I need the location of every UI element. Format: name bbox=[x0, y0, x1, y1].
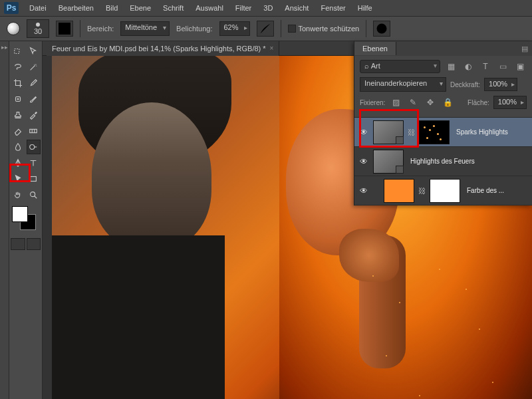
zoom-tool[interactable] bbox=[27, 188, 41, 202]
layer-mask-thumbnail[interactable] bbox=[419, 120, 450, 144]
hand-tool[interactable] bbox=[11, 188, 25, 202]
menu-bearbeiten[interactable]: Bearbeiten bbox=[53, 2, 99, 14]
range-label: Bereich: bbox=[87, 25, 114, 33]
stamp-tool[interactable] bbox=[11, 108, 25, 122]
visibility-toggle[interactable]: 👁 bbox=[358, 186, 369, 196]
close-tab-icon[interactable]: × bbox=[270, 45, 274, 52]
filter-adjust-icon[interactable]: ◐ bbox=[462, 61, 475, 72]
svg-rect-6 bbox=[31, 177, 37, 182]
screenmode-toggle[interactable] bbox=[27, 238, 41, 250]
filter-shape-icon[interactable]: ▭ bbox=[496, 61, 509, 72]
svg-rect-2 bbox=[15, 49, 19, 54]
menubar: Ps Datei Bearbeiten Bild Ebene Schrift A… bbox=[0, 0, 532, 16]
document-tab[interactable]: Feuer und Eis by MDI.psd bei 14,1% (Spar… bbox=[47, 41, 279, 56]
svg-rect-4 bbox=[30, 129, 37, 132]
menu-filter[interactable]: Filter bbox=[230, 2, 257, 14]
options-bar: 30 Bereich: Mitteltöne Belichtung: 62% T… bbox=[0, 16, 532, 41]
annotation-highlight-tool bbox=[9, 164, 31, 182]
toolbox bbox=[9, 41, 43, 399]
fill-thumbnail[interactable] bbox=[384, 179, 414, 203]
svg-point-1 bbox=[377, 24, 387, 34]
layer-filter-kind[interactable]: ⌕ Art bbox=[360, 60, 440, 73]
menu-datei[interactable]: Datei bbox=[24, 2, 52, 14]
menu-schrift[interactable]: Schrift bbox=[158, 2, 189, 14]
eraser-tool[interactable] bbox=[11, 124, 25, 138]
opacity-value[interactable]: 100% bbox=[484, 78, 517, 91]
panel-menu-icon[interactable]: ▤ bbox=[521, 45, 528, 53]
dodge-tool[interactable] bbox=[27, 140, 41, 154]
artwork-sparks bbox=[359, 249, 532, 399]
menu-fenster[interactable]: Fenster bbox=[315, 2, 350, 14]
lasso-tool[interactable] bbox=[11, 60, 25, 74]
left-dock-toggle[interactable]: ▸▸ bbox=[0, 41, 9, 399]
panel-tabbar: Ebenen ▤ bbox=[354, 41, 532, 56]
svg-rect-0 bbox=[59, 23, 70, 35]
layer-row[interactable]: 👁 Highlights des Feuers bbox=[354, 147, 532, 176]
annotation-highlight-layer bbox=[359, 109, 419, 148]
color-swatches[interactable] bbox=[11, 206, 40, 233]
visibility-toggle[interactable]: 👁 bbox=[358, 157, 369, 166]
gradient-tool[interactable] bbox=[27, 124, 41, 138]
menu-ebene[interactable]: Ebene bbox=[124, 2, 156, 14]
menu-3d[interactable]: 3D bbox=[258, 2, 278, 14]
menu-hilfe[interactable]: Hilfe bbox=[352, 2, 378, 14]
brush-panel-toggle[interactable] bbox=[56, 21, 73, 37]
svg-point-5 bbox=[30, 145, 35, 150]
history-brush-tool[interactable] bbox=[27, 108, 41, 122]
magic-wand-tool[interactable] bbox=[27, 60, 41, 74]
healing-tool[interactable] bbox=[11, 92, 25, 106]
blend-mode-select[interactable]: Ineinanderkopieren bbox=[360, 77, 446, 92]
menu-auswahl[interactable]: Auswahl bbox=[190, 2, 229, 14]
panel-tab-ebenen[interactable]: Ebenen bbox=[354, 42, 396, 55]
layer-name[interactable]: Farbe des ... bbox=[464, 187, 528, 194]
pressure-size-icon[interactable] bbox=[373, 21, 390, 37]
pressure-exposure-icon[interactable] bbox=[257, 21, 274, 37]
quickmask-toggle[interactable] bbox=[11, 238, 25, 250]
filter-type-icon[interactable]: T bbox=[479, 61, 492, 72]
layer-name[interactable]: Sparks Highlights bbox=[454, 128, 528, 136]
layer-mask-thumbnail[interactable] bbox=[430, 179, 460, 203]
artwork-male-body bbox=[52, 235, 225, 399]
crop-tool[interactable] bbox=[11, 76, 25, 90]
current-tool-icon[interactable] bbox=[7, 22, 20, 35]
blur-tool[interactable] bbox=[11, 140, 25, 154]
layer-name[interactable]: Highlights des Feuers bbox=[408, 158, 528, 165]
lock-trans-icon[interactable]: ▨ bbox=[389, 96, 402, 108]
filter-smart-icon[interactable]: ▣ bbox=[513, 61, 527, 72]
layer-thumbnail[interactable] bbox=[373, 150, 404, 174]
brush-preset-picker[interactable]: 30 bbox=[27, 19, 49, 38]
brush-size-value: 30 bbox=[34, 27, 42, 35]
app-logo: Ps bbox=[4, 2, 19, 14]
move-tool-slot[interactable] bbox=[11, 44, 25, 59]
lock-paint-icon[interactable]: ✎ bbox=[406, 96, 420, 108]
lock-label: Fixieren: bbox=[360, 99, 385, 106]
lock-all-icon[interactable]: 🔒 bbox=[441, 96, 454, 108]
range-select[interactable]: Mitteltöne bbox=[120, 21, 170, 36]
lock-move-icon[interactable]: ✥ bbox=[424, 96, 437, 108]
fg-color[interactable] bbox=[12, 206, 28, 222]
move-tool[interactable] bbox=[27, 44, 41, 59]
fill-label: Fläche: bbox=[467, 99, 489, 106]
eyedropper-tool[interactable] bbox=[27, 76, 41, 90]
svg-point-7 bbox=[31, 192, 35, 197]
layer-row[interactable]: 👁 ⛓ Farbe des ... bbox=[354, 176, 532, 205]
artwork-male-face bbox=[92, 102, 211, 249]
exposure-label: Belichtung: bbox=[176, 25, 212, 33]
fill-value[interactable]: 100% bbox=[493, 96, 527, 109]
filter-pixel-icon[interactable]: ▦ bbox=[444, 61, 458, 72]
protect-tones-check[interactable]: Tonwerte schützen bbox=[288, 25, 360, 33]
brush-tool[interactable] bbox=[27, 92, 41, 106]
menu-bild[interactable]: Bild bbox=[100, 2, 123, 14]
exposure-value[interactable]: 62% bbox=[219, 21, 250, 36]
mask-link-icon[interactable]: ⛓ bbox=[418, 187, 426, 195]
opacity-label: Deckkraft: bbox=[450, 81, 480, 88]
menu-ansicht[interactable]: Ansicht bbox=[279, 2, 314, 14]
